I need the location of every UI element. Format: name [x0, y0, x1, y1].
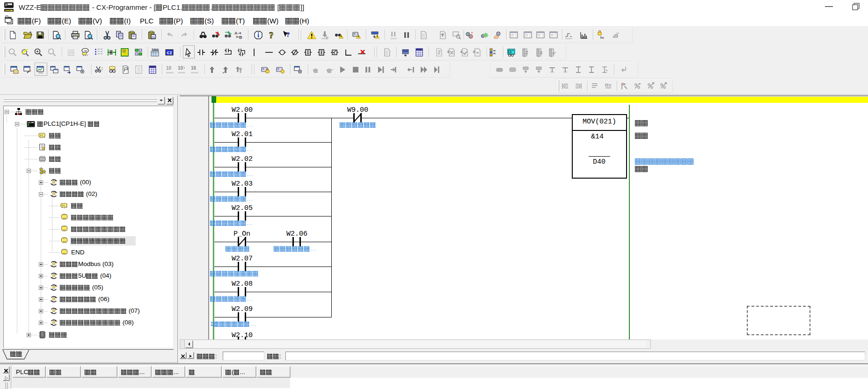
svg-text:A: A — [234, 31, 238, 36]
svg-text:ronron: ronron — [166, 71, 174, 74]
svg-text:ronron: ronron — [565, 37, 572, 40]
svg-text:B: B — [239, 35, 242, 40]
svg-text:co: co — [152, 36, 155, 39]
svg-text:SMA: SMA — [152, 48, 159, 51]
svg-text:ronron: ronron — [390, 37, 397, 40]
svg-text:ronron: ronron — [321, 37, 328, 40]
svg-text:ronron: ronron — [191, 71, 198, 74]
svg-text:CI: CI — [167, 50, 172, 56]
svg-text:?: ? — [286, 31, 290, 38]
svg-text:ronron: ronron — [178, 71, 185, 74]
svg-text:10: 10 — [178, 65, 183, 71]
svg-text:10: 10 — [166, 65, 172, 71]
svg-text:w: w — [84, 49, 87, 52]
svg-text:?: ? — [269, 30, 274, 40]
svg-text:16: 16 — [191, 65, 197, 71]
